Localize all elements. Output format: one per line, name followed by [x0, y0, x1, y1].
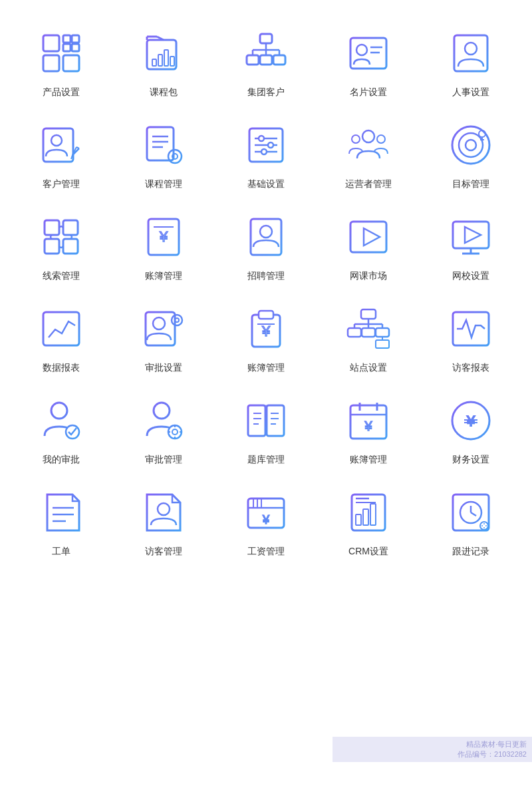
- icon-item-operator-mgmt[interactable]: 运营者管理: [321, 118, 416, 190]
- svg-point-25: [356, 45, 367, 55]
- icon-item-visitor-report[interactable]: 访客报表: [423, 302, 519, 374]
- svg-rect-13: [164, 50, 168, 66]
- svg-rect-82: [361, 309, 376, 319]
- svg-point-50: [352, 135, 360, 143]
- icon-box: ¥: [137, 210, 190, 264]
- svg-point-46: [268, 142, 273, 148]
- svg-rect-79: [259, 311, 273, 319]
- icon-item-online-school-settings[interactable]: 网校设置: [423, 210, 519, 282]
- icon-item-approval-settings[interactable]: 审批设置: [116, 302, 211, 374]
- svg-rect-133: [363, 509, 368, 525]
- icon-box: [239, 27, 293, 80]
- icon-item-group-client[interactable]: 集团客户: [218, 27, 314, 99]
- svg-rect-5: [72, 44, 79, 51]
- icon-box: [35, 486, 88, 539]
- icon-label: 目标管理: [452, 178, 489, 190]
- icon-box: [444, 486, 497, 539]
- icon-label: 账簿管理: [350, 454, 387, 466]
- icon-item-question-bank[interactable]: 题库管理: [218, 394, 314, 466]
- icon-label: 线索管理: [43, 270, 80, 282]
- icon-item-work-order[interactable]: 工单: [13, 486, 109, 558]
- icon-box: [35, 394, 88, 447]
- icon-label: 题库管理: [247, 454, 285, 466]
- svg-point-124: [158, 503, 170, 515]
- svg-point-96: [154, 403, 170, 419]
- svg-rect-14: [170, 57, 174, 66]
- icon-label: 工单: [52, 546, 70, 558]
- icon-label: 课程包: [150, 87, 178, 99]
- svg-marker-72: [465, 227, 481, 243]
- icon-label: 产品设置: [43, 87, 80, 99]
- icon-item-ledger-mgmt[interactable]: ¥ 账簿管理: [116, 210, 211, 282]
- icon-label: 数据报表: [43, 362, 80, 374]
- icon-item-card-settings[interactable]: 名片设置: [321, 27, 416, 99]
- svg-rect-2: [63, 35, 70, 43]
- icon-grid: 产品设置 课程包: [13, 27, 519, 558]
- icon-item-recruit-mgmt[interactable]: 招聘管理: [218, 210, 314, 282]
- svg-rect-1: [43, 55, 59, 71]
- icon-item-finance-settings[interactable]: ¥ 财务设置: [423, 394, 519, 466]
- icon-item-ledger-mgmt3[interactable]: ¥ 账簿管理: [321, 394, 416, 466]
- icon-item-course-mgmt[interactable]: 课程管理: [116, 118, 211, 190]
- svg-rect-134: [370, 504, 376, 525]
- icon-label: 跟进记录: [452, 546, 489, 558]
- icon-item-approval-mgmt[interactable]: 审批管理: [116, 394, 211, 466]
- svg-rect-73: [43, 312, 79, 345]
- icon-label: 课程管理: [145, 178, 182, 190]
- icon-box: [342, 486, 395, 539]
- svg-rect-15: [260, 34, 272, 43]
- svg-rect-69: [453, 222, 489, 248]
- icon-label: 基础设置: [247, 178, 285, 190]
- icon-label: 名片设置: [350, 87, 387, 99]
- icon-label: 运营者管理: [345, 178, 392, 190]
- icon-label: 站点设置: [350, 362, 387, 374]
- icon-item-my-approval[interactable]: 我的审批: [13, 394, 109, 466]
- icon-item-crm-settings[interactable]: CRM设置: [321, 486, 416, 558]
- icon-label: 审批设置: [145, 362, 182, 374]
- icon-label: CRM设置: [348, 546, 388, 558]
- svg-line-140: [471, 512, 476, 516]
- icon-box: [342, 302, 395, 355]
- svg-point-76: [172, 315, 182, 325]
- svg-rect-36: [147, 127, 174, 160]
- icon-box: [444, 210, 497, 264]
- icon-box: [137, 302, 190, 355]
- svg-point-31: [51, 135, 62, 146]
- icon-box: [35, 210, 88, 264]
- svg-text:¥: ¥: [466, 413, 475, 429]
- icon-box: ¥: [239, 486, 293, 539]
- icon-label: 人事设置: [452, 87, 489, 99]
- icon-label: 网课市场: [350, 270, 387, 282]
- icon-item-product-settings[interactable]: 产品设置: [13, 27, 109, 99]
- icon-label: 我的审批: [43, 454, 80, 466]
- icon-label: 工资管理: [247, 546, 285, 558]
- icon-item-course-package[interactable]: 课程包: [116, 27, 211, 99]
- icon-box: [35, 118, 88, 172]
- icon-item-clue-mgmt[interactable]: 线索管理: [13, 210, 109, 282]
- svg-point-141: [480, 522, 488, 530]
- svg-point-75: [153, 317, 165, 329]
- icon-label: 账簿管理: [247, 362, 285, 374]
- icon-label: 财务设置: [452, 454, 489, 466]
- svg-rect-59: [63, 220, 78, 235]
- icon-item-hr-settings[interactable]: 人事设置: [423, 27, 519, 99]
- icon-item-data-report[interactable]: 数据报表: [13, 302, 109, 374]
- icon-item-site-settings[interactable]: 站点设置: [321, 302, 416, 374]
- icon-label: 招聘管理: [247, 270, 285, 282]
- icon-item-salary-mgmt[interactable]: ¥ 工资管理: [218, 486, 314, 558]
- watermark: 精品素材·每日更新作品编号：21032282: [332, 737, 532, 762]
- icon-box: [137, 27, 190, 80]
- icon-item-follow-record[interactable]: 跟进记录: [423, 486, 519, 558]
- icon-item-goal-mgmt[interactable]: 目标管理: [423, 118, 519, 190]
- icon-box: [239, 118, 293, 172]
- svg-rect-61: [63, 239, 78, 254]
- svg-point-48: [261, 149, 267, 154]
- icon-label: 网校设置: [452, 270, 489, 282]
- icon-item-online-market[interactable]: 网课市场: [321, 210, 416, 282]
- icon-box: [444, 27, 497, 80]
- icon-item-ledger-mgmt2[interactable]: ¥ 账簿管理: [218, 302, 314, 374]
- svg-point-66: [260, 226, 272, 238]
- icon-item-visitor-mgmt[interactable]: 访客管理: [116, 486, 211, 558]
- icon-item-basic-settings[interactable]: 基础设置: [218, 118, 314, 190]
- icon-item-client-mgmt[interactable]: 客户管理: [13, 118, 109, 190]
